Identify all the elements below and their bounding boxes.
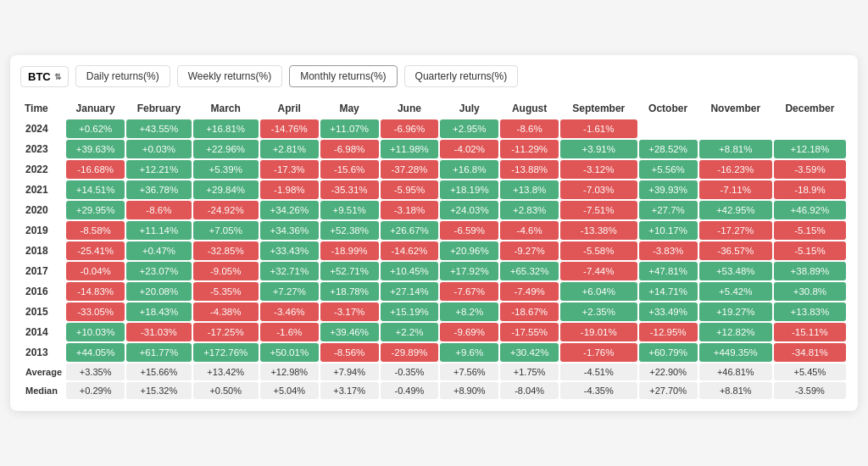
return-cell: +16.8% [440, 160, 498, 179]
return-cell: +11.14% [126, 221, 191, 240]
tab-daily[interactable]: Daily returns(%) [75, 65, 170, 87]
return-cell: +5.56% [639, 160, 698, 179]
return-cell: -32.85% [193, 241, 259, 260]
median-cell: -4.35% [560, 382, 637, 399]
return-cell: +50.01% [260, 343, 319, 362]
return-cell: +52.71% [320, 262, 379, 280]
year-cell: 2017 [22, 262, 64, 280]
median-cell: +0.29% [66, 382, 125, 399]
return-cell: -1.61% [560, 119, 637, 138]
return-cell: -8.6% [126, 201, 191, 219]
return-cell: +15.19% [381, 302, 439, 321]
median-row: Median+0.29%+15.32%+0.50%+5.04%+3.17%-0.… [22, 382, 846, 399]
return-cell: -18.67% [500, 302, 559, 321]
average-cell: +3.35% [66, 363, 125, 380]
col-header-september: September [560, 99, 637, 118]
return-cell: +13.8% [500, 180, 559, 199]
return-cell: -7.51% [560, 201, 637, 219]
median-cell: +0.50% [193, 382, 259, 399]
return-cell: -8.6% [500, 119, 559, 138]
year-cell: 2023 [22, 140, 64, 158]
return-cell: +18.78% [320, 282, 379, 301]
col-header-december: December [774, 99, 846, 118]
col-header-may: May [320, 99, 379, 118]
return-cell: +44.05% [66, 343, 125, 362]
crypto-label: BTC [28, 70, 51, 83]
return-cell: -5.58% [560, 241, 637, 260]
return-cell: +19.27% [699, 302, 772, 321]
median-cell: +8.81% [699, 382, 772, 399]
year-cell: 2014 [22, 323, 64, 341]
tab-weekly[interactable]: Weekly returns(%) [177, 65, 282, 87]
tab-quarterly[interactable]: Quarterly returns(%) [404, 65, 519, 87]
return-cell: -4.02% [440, 140, 498, 158]
return-cell: -4.6% [500, 221, 559, 240]
return-cell: +3.91% [560, 140, 637, 158]
return-cell: +33.49% [639, 302, 698, 321]
average-cell: +7.94% [320, 363, 379, 380]
return-cell: -9.27% [500, 241, 559, 260]
return-cell: +2.81% [260, 140, 319, 158]
return-cell: +11.07% [320, 119, 379, 138]
return-cell: -7.49% [500, 282, 559, 301]
return-cell: -17.55% [500, 323, 559, 341]
table-row: 2013+44.05%+61.77%+172.76%+50.01%-8.56%-… [22, 343, 846, 362]
return-cell: -13.38% [560, 221, 637, 240]
return-cell: -8.58% [66, 221, 125, 240]
return-cell: -7.67% [440, 282, 498, 301]
return-cell: -37.28% [381, 160, 439, 179]
table-row: 2022-16.68%+12.21%+5.39%-17.3%-15.6%-37.… [22, 160, 846, 179]
return-cell: -12.95% [639, 323, 698, 341]
return-cell: +2.83% [500, 201, 559, 219]
return-cell: +27.7% [639, 201, 698, 219]
return-cell: +2.35% [560, 302, 637, 321]
crypto-selector[interactable]: BTC ⇅ [20, 66, 69, 87]
return-cell: +42.95% [699, 201, 772, 219]
return-cell: -16.68% [66, 160, 125, 179]
return-cell: -8.56% [320, 343, 379, 362]
return-cell: -5.95% [381, 180, 439, 199]
return-cell: -7.44% [560, 262, 637, 280]
return-cell: +9.6% [440, 343, 498, 362]
return-cell: +16.81% [193, 119, 259, 138]
col-header-march: March [193, 99, 259, 118]
return-cell: +39.63% [66, 140, 125, 158]
return-cell: +30.42% [500, 343, 559, 362]
median-cell: +3.17% [320, 382, 379, 399]
return-cell: -5.35% [193, 282, 259, 301]
return-cell: -14.76% [260, 119, 319, 138]
return-cell: -14.62% [381, 241, 439, 260]
return-cell: +7.27% [260, 282, 319, 301]
return-cell: +11.98% [381, 140, 439, 158]
return-cell: -6.59% [440, 221, 498, 240]
return-cell: +26.67% [381, 221, 439, 240]
return-cell: +27.14% [381, 282, 439, 301]
return-cell: +13.83% [774, 302, 846, 321]
return-cell: -14.83% [66, 282, 125, 301]
return-cell: -11.29% [500, 140, 559, 158]
return-cell: -6.96% [381, 119, 439, 138]
average-cell: +1.75% [500, 363, 559, 380]
average-cell: -4.51% [560, 363, 637, 380]
return-cell: -19.01% [560, 323, 637, 341]
year-cell: 2013 [22, 343, 64, 362]
return-cell: -5.15% [774, 221, 846, 240]
return-cell: -16.23% [699, 160, 772, 179]
return-cell: +0.62% [66, 119, 125, 138]
return-cell: -35.31% [320, 180, 379, 199]
return-cell: +30.8% [774, 282, 846, 301]
return-cell: +18.19% [440, 180, 498, 199]
return-cell: -24.92% [193, 201, 259, 219]
return-cell: +36.78% [126, 180, 191, 199]
return-cell: -29.89% [381, 343, 439, 362]
table-row: 2016-14.83%+20.08%-5.35%+7.27%+18.78%+27… [22, 282, 846, 301]
return-cell: -18.99% [320, 241, 379, 260]
return-cell: -9.69% [440, 323, 498, 341]
return-cell: -33.05% [66, 302, 125, 321]
return-cell: -7.11% [699, 180, 772, 199]
table-row: 2017-0.04%+23.07%-9.05%+32.71%+52.71%+10… [22, 262, 846, 280]
return-cell: +2.95% [440, 119, 498, 138]
tab-monthly[interactable]: Monthly returns(%) [289, 65, 397, 87]
average-cell: +46.81% [699, 363, 772, 380]
return-cell: -7.03% [560, 180, 637, 199]
